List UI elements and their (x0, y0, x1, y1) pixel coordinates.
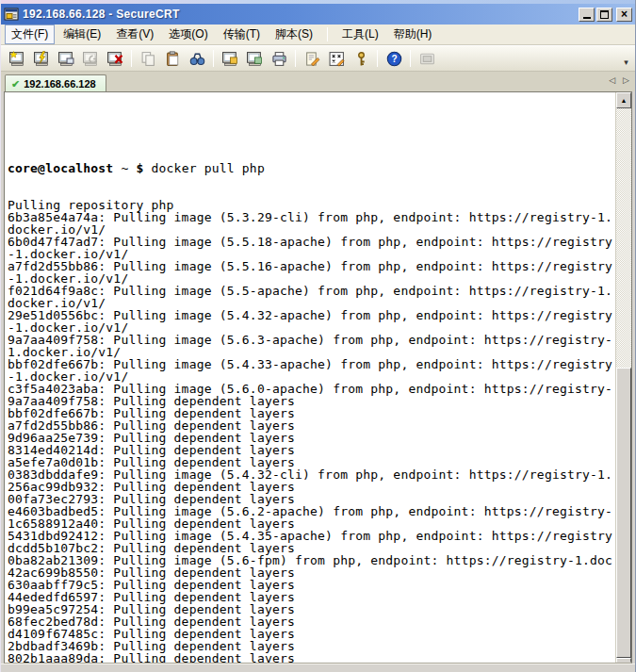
session-tab[interactable]: ✔ 192.168.66.128 (5, 74, 106, 91)
toolbar-separator (295, 50, 296, 67)
key-icon (353, 51, 369, 67)
paste-button[interactable] (161, 47, 184, 70)
prompt-line: core@localhost ~ $ docker pull php (8, 162, 615, 174)
connect-button[interactable] (6, 47, 28, 70)
print-icon (271, 51, 287, 67)
connect-icon (9, 51, 25, 67)
copy-icon (140, 51, 156, 67)
close-icon: × (621, 8, 628, 20)
terminal-line: 802b1aaa89da: Pulling dependent layers (8, 652, 615, 663)
securecrt-window: 192.168.66.128 - SecureCRT × 文件(F)编辑(E)查… (0, 0, 636, 672)
quick-connect-icon (34, 51, 50, 67)
reconnect-icon (83, 51, 99, 67)
prompt-symbol: $ (136, 161, 143, 175)
tabbar: ✔ 192.168.66.128 ◁ ▷ (1, 72, 635, 91)
menu-item-edit[interactable]: 编辑(E) (57, 25, 107, 44)
terminal-panel: core@localhost ~ $ docker pull php Pulli… (4, 91, 632, 664)
properties-icon (304, 51, 320, 67)
session-tab-label: 192.168.66.128 (24, 78, 95, 90)
svg-text:?: ? (391, 54, 397, 64)
capture-icon (419, 51, 435, 67)
reconnect-button[interactable] (79, 47, 102, 70)
window-title: 192.168.66.128 - SecureCRT (23, 8, 579, 21)
screen-capture-button[interactable] (416, 47, 438, 70)
toolbar: ? ▾ (1, 45, 635, 72)
minimize-button[interactable] (579, 8, 595, 22)
quick-connect-button[interactable] (30, 47, 53, 70)
command-text: docker pull php (144, 161, 265, 175)
connected-check-icon: ✔ (11, 79, 20, 89)
vertical-scrollbar[interactable]: ▲ (615, 92, 631, 663)
chevron-down-icon: ▾ (624, 57, 628, 67)
copy-button[interactable] (137, 47, 159, 70)
log-session-button[interactable] (219, 47, 241, 70)
maximize-icon (600, 10, 609, 19)
minimize-icon (583, 17, 591, 19)
raw-log-button[interactable] (243, 47, 266, 70)
disconnect-icon (107, 51, 123, 67)
maximize-button[interactable] (596, 8, 612, 22)
tab-scroll-right-icon[interactable]: ▷ (623, 74, 629, 86)
keymap-editor-button[interactable] (325, 47, 348, 70)
toolbar-overflow-button[interactable]: ▾ (620, 52, 632, 67)
titlebar[interactable]: 192.168.66.128 - SecureCRT × (1, 4, 635, 25)
toolbar-separator (377, 50, 378, 67)
tab-scroll-left-icon[interactable]: ◁ (609, 74, 615, 86)
connect-in-tab-button[interactable] (55, 47, 77, 70)
prompt-path: ~ (113, 161, 136, 175)
help-icon: ? (386, 51, 402, 67)
disconnect-button[interactable] (104, 47, 126, 70)
terminal-screen[interactable]: core@localhost ~ $ docker pull php Pulli… (5, 92, 615, 663)
terminal-output: Pulling repository php6b3a85e4a74a: Pull… (8, 199, 615, 663)
menu-item-script[interactable]: 脚本(S) (269, 25, 319, 44)
menu-separator (327, 27, 328, 41)
app-icon (4, 7, 19, 22)
menu-item-file[interactable]: 文件(F) (5, 25, 55, 44)
help-button[interactable]: ? (383, 47, 405, 70)
raw-log-icon (247, 51, 263, 67)
properties-button[interactable] (301, 47, 323, 70)
scrollbar-thumb[interactable] (616, 368, 631, 658)
menu-item-tools[interactable]: 工具(L) (335, 25, 385, 44)
find-icon (189, 51, 205, 67)
ssh-key-button[interactable] (350, 47, 372, 70)
menu-item-options[interactable]: 选项(O) (162, 25, 214, 44)
menu-item-view[interactable]: 查看(V) (109, 25, 160, 44)
prompt-user: core@localhost (8, 161, 113, 175)
scroll-up-icon: ▲ (621, 97, 628, 104)
scrollbar-down-button[interactable] (616, 658, 631, 663)
toolbar-separator (213, 50, 214, 67)
menu-item-transfer[interactable]: 传输(T) (217, 25, 267, 44)
scrollbar-up-button[interactable]: ▲ (616, 92, 631, 108)
close-button[interactable]: × (616, 8, 632, 22)
connect-in-tab-icon (58, 51, 74, 67)
menubar: 文件(F)编辑(E)查看(V)选项(O)传输(T)脚本(S)工具(L)帮助(H) (1, 25, 635, 45)
paste-icon (165, 51, 181, 67)
find-button[interactable] (186, 47, 208, 70)
menu-item-help[interactable]: 帮助(H) (387, 25, 439, 44)
toolbar-separator (410, 50, 411, 67)
log-session-icon (222, 51, 238, 67)
window-bottom-edge (1, 664, 635, 672)
keymap-icon (329, 51, 345, 67)
print-button[interactable] (268, 47, 290, 70)
toolbar-separator (131, 50, 132, 67)
